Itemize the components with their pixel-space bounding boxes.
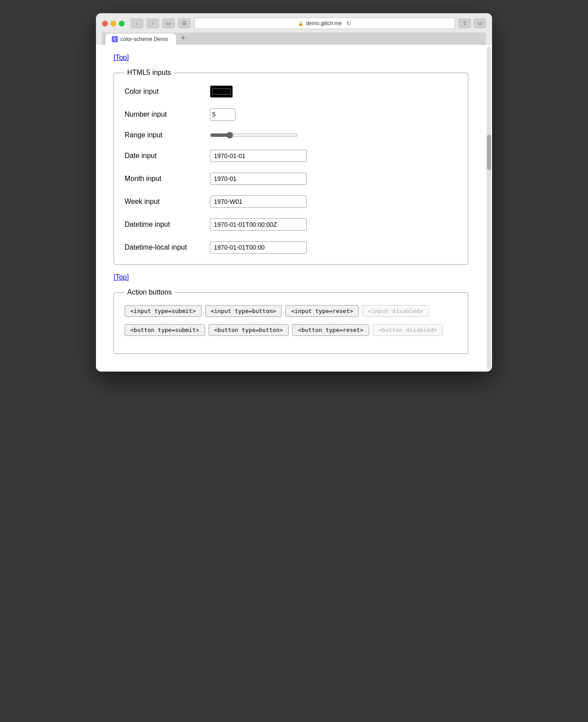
menu-button[interactable]: ☰ — [178, 18, 191, 28]
sidebar-button[interactable]: ▭ — [162, 18, 175, 28]
color-input[interactable] — [210, 85, 233, 98]
datetime-local-input-label: Datetime-local input — [125, 243, 204, 251]
number-input-label: Number input — [125, 111, 204, 118]
active-tab[interactable]: C color-scheme Demo — [106, 33, 176, 45]
action-buttons-legend: Action buttons — [125, 288, 174, 296]
share-icon: ⇪ — [463, 20, 467, 26]
scrollbar-thumb[interactable] — [487, 135, 491, 170]
range-input[interactable] — [210, 132, 298, 139]
month-input-row: Month input 1970-01 — [125, 173, 457, 185]
lock-icon: 🔒 — [298, 21, 303, 26]
html5-legend: HTML5 inputs — [125, 69, 174, 77]
tab-favicon: C — [112, 36, 118, 42]
page-wrapper: [Top] HTML5 inputs Color input Number in… — [96, 45, 492, 372]
page-main: [Top] HTML5 inputs Color input Number in… — [96, 45, 486, 372]
action-buttons-section: Action buttons <input type=submit> <inpu… — [114, 288, 468, 354]
input-reset-button[interactable]: <input type=reset> — [285, 305, 359, 317]
color-input-label: Color input — [125, 88, 204, 96]
datetime-input-label: Datetime input — [125, 221, 204, 228]
month-input-label: Month input — [125, 175, 204, 183]
reload-icon: ↻ — [346, 20, 351, 27]
color-input-row: Color input — [125, 85, 457, 98]
new-tab-button[interactable]: + — [178, 33, 188, 43]
address-bar[interactable]: 🔒 demo.glitch.me ↻ — [194, 18, 455, 29]
button-submit-button[interactable]: <button type=submit> — [125, 324, 205, 336]
back-icon: ‹ — [136, 21, 138, 26]
scrollbar-track[interactable] — [487, 47, 491, 370]
input-buttons-group: <input type=submit> <input type=button> … — [125, 305, 457, 317]
tab-title: color-scheme Demo — [121, 36, 168, 42]
sidebar-icon: ▭ — [166, 21, 171, 26]
forward-icon: › — [152, 21, 154, 26]
button-button-button[interactable]: <button type=button> — [209, 324, 289, 336]
date-input[interactable]: 1970-01-01 — [210, 150, 307, 162]
tabs-button[interactable]: ▭ — [474, 18, 486, 28]
top-link-2[interactable]: [Top] — [114, 273, 468, 281]
number-input[interactable] — [210, 108, 235, 121]
date-input-row: Date input 1970-01-01 — [125, 150, 457, 162]
forward-button[interactable]: › — [147, 18, 159, 28]
close-button[interactable] — [102, 21, 108, 26]
url-text: demo.glitch.me — [306, 20, 342, 26]
back-button[interactable]: ‹ — [131, 18, 143, 28]
traffic-lights — [102, 21, 125, 26]
datetime-input-row: Datetime input 1970-01-01T00:00:00Z — [125, 218, 457, 231]
number-input-row: Number input — [125, 108, 457, 121]
button-buttons-group: <button type=submit> <button type=button… — [125, 324, 457, 336]
button-reset-button[interactable]: <button type=reset> — [292, 324, 369, 336]
button-disabled-button: <button disabled> — [373, 324, 443, 336]
week-input-label: Week input — [125, 198, 204, 206]
browser-action-buttons: ⇪ ▭ — [459, 18, 486, 28]
html5-inputs-section: HTML5 inputs Color input Number input Ra… — [114, 69, 468, 265]
page-content: [Top] HTML5 inputs Color input Number in… — [96, 45, 486, 372]
tabs-icon: ▭ — [478, 20, 482, 26]
week-input[interactable]: 1970-W01 — [210, 195, 307, 208]
range-input-row: Range input — [125, 131, 457, 139]
datetime-input[interactable]: 1970-01-01T00:00:00Z — [210, 218, 307, 231]
input-submit-button[interactable]: <input type=submit> — [125, 305, 202, 317]
date-input-label: Date input — [125, 152, 204, 160]
maximize-button[interactable] — [119, 21, 125, 26]
input-disabled-button: <input disabled> — [362, 305, 429, 317]
input-button-button[interactable]: <input type=button> — [205, 305, 282, 317]
menu-icon: ☰ — [182, 21, 187, 26]
month-input[interactable]: 1970-01 — [210, 173, 307, 185]
minimize-button[interactable] — [110, 21, 116, 26]
tab-bar: C color-scheme Demo + — [102, 33, 486, 45]
datetime-local-input-row: Datetime-local input 1970-01-01T00:00 — [125, 241, 457, 254]
top-link-1[interactable]: [Top] — [114, 54, 468, 62]
datetime-local-input[interactable]: 1970-01-01T00:00 — [210, 241, 307, 254]
week-input-row: Week input 1970-W01 — [125, 195, 457, 208]
share-button[interactable]: ⇪ — [459, 18, 471, 28]
range-input-label: Range input — [125, 131, 204, 139]
